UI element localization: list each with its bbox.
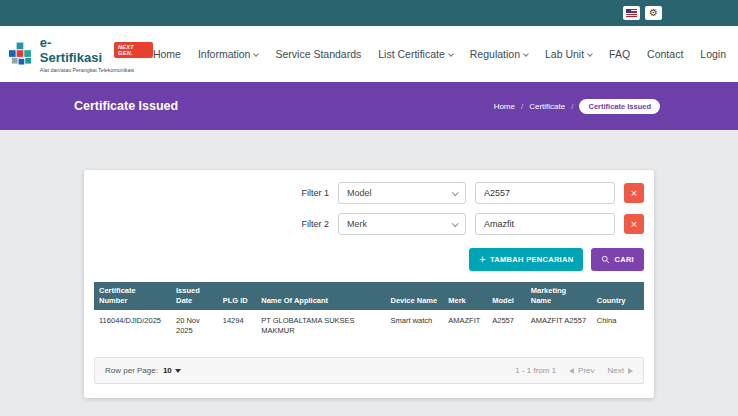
cell-merk: AMAZFIT <box>443 310 487 350</box>
cell-country: China <box>592 310 644 350</box>
nav-item-home[interactable]: Home <box>153 48 181 60</box>
cell-device-name: Smart watch <box>386 310 444 350</box>
nav-item-contact[interactable]: Contact <box>647 48 683 60</box>
site-header: e-Sertifikasi NEXT GEN. Alat dan/atau Pe… <box>0 26 738 82</box>
main-content: Filter 1 Model × Filter 2 Merk × + TAMBA… <box>0 130 738 398</box>
page-banner: Certificate Issued Home / Certificate / … <box>0 82 738 130</box>
filter1-value-input[interactable] <box>475 182 615 204</box>
breadcrumb-home[interactable]: Home <box>494 102 515 111</box>
nav-item-lab-unit[interactable]: Lab Unit <box>545 48 592 60</box>
nav-item-information[interactable]: Information <box>198 48 259 60</box>
logo-mark-icon <box>8 41 34 68</box>
add-search-button[interactable]: + TAMBAH PENCARIAN <box>469 248 583 271</box>
column-header-marketing-name: Marketing Name <box>526 282 592 310</box>
breadcrumb-certificate[interactable]: Certificate <box>529 102 565 111</box>
pagination-range: 1 - 1 from 1 <box>515 366 556 375</box>
filter1-label: Filter 1 <box>301 188 329 198</box>
settings-button[interactable]: ⚙ <box>645 6 662 20</box>
filter2-field-select[interactable]: Merk <box>338 213 466 235</box>
table-footer: Row per Page: 10 1 - 1 from 1 Prev Next <box>94 357 644 384</box>
chevron-down-icon <box>448 51 454 57</box>
nav-item-service-standards[interactable]: Service Standards <box>275 48 361 60</box>
next-page-button[interactable]: Next <box>608 366 633 375</box>
breadcrumb: Home / Certificate / Certificate Issued <box>494 99 660 114</box>
nav-item-login[interactable]: Login <box>700 48 726 60</box>
certificate-search-card: Filter 1 Model × Filter 2 Merk × + TAMBA… <box>84 170 654 398</box>
column-header-merk: Merk <box>443 282 487 310</box>
close-icon: × <box>631 188 637 199</box>
plus-icon: + <box>479 254 486 265</box>
prev-page-button[interactable]: Prev <box>569 366 594 375</box>
page-title: Certificate Issued <box>74 99 178 113</box>
next-gen-badge: NEXT GEN. <box>114 42 153 58</box>
column-header-model: Model <box>487 282 526 310</box>
table-header-row: Certificate Number Issued Date PLG ID Na… <box>94 282 644 310</box>
prev-arrow-icon <box>569 368 574 374</box>
certificates-table: Certificate Number Issued Date PLG ID Na… <box>94 282 644 349</box>
filter1-clear-button[interactable]: × <box>624 183 644 203</box>
filter2-value-input[interactable] <box>475 213 615 235</box>
cell-model: A2557 <box>487 310 526 350</box>
rows-per-page-select[interactable]: 10 <box>163 366 181 375</box>
rows-per-page: Row per Page: 10 <box>105 366 181 375</box>
filter2-field-value: Merk <box>347 219 367 229</box>
brand-title: e-Sertifikasi <box>40 35 110 65</box>
cell-certificate-number: 116044/DJID/2025 <box>94 310 171 350</box>
filter2-label: Filter 2 <box>301 219 329 229</box>
brand-text: e-Sertifikasi NEXT GEN. Alat dan/atau Pe… <box>40 35 153 73</box>
us-flag-icon <box>626 9 637 17</box>
nav-item-faq[interactable]: FAQ <box>609 48 630 60</box>
filter-row-2: Filter 2 Merk × <box>94 213 644 235</box>
column-header-country: Country <box>592 282 644 310</box>
filter1-field-select[interactable]: Model <box>338 182 466 204</box>
cell-marketing-name: AMAZFIT A2557 <box>526 310 592 350</box>
column-header-issued-date: Issued Date <box>171 282 218 310</box>
column-header-device-name: Device Name <box>386 282 444 310</box>
chevron-down-icon <box>452 189 458 195</box>
gear-icon: ⚙ <box>649 8 658 18</box>
top-utility-bar: ⚙ <box>0 0 738 26</box>
rows-per-page-label: Row per Page: <box>105 366 158 375</box>
chevron-down-icon <box>254 51 260 57</box>
filter-row-1: Filter 1 Model × <box>94 182 644 204</box>
search-actions: + TAMBAH PENCARIAN CARI <box>94 248 644 271</box>
chevron-down-icon <box>452 220 458 226</box>
search-icon <box>601 255 610 264</box>
breadcrumb-separator: / <box>521 102 523 111</box>
close-icon: × <box>631 219 637 230</box>
column-header-certificate-number: Certificate Number <box>94 282 171 310</box>
main-nav: Home Information Service Standards List … <box>153 48 726 60</box>
brand-subtitle: Alat dan/atau Perangkat Telekomunikasi <box>40 67 153 73</box>
search-button[interactable]: CARI <box>591 248 644 271</box>
pagination: 1 - 1 from 1 Prev Next <box>515 366 633 375</box>
cell-applicant: PT GLOBALTAMA SUKSES MAKMUR <box>256 310 385 350</box>
filter2-clear-button[interactable]: × <box>624 214 644 234</box>
breadcrumb-separator: / <box>571 102 573 111</box>
table-row: 116044/DJID/2025 20 Nov 2025 14294 PT GL… <box>94 310 644 350</box>
dropdown-arrow-icon <box>175 369 181 373</box>
column-header-plg-id: PLG ID <box>218 282 257 310</box>
breadcrumb-current: Certificate Issued <box>579 99 660 114</box>
column-header-applicant: Name Of Applicant <box>256 282 385 310</box>
brand-logo[interactable]: e-Sertifikasi NEXT GEN. Alat dan/atau Pe… <box>8 35 153 73</box>
nav-item-regulation[interactable]: Regulation <box>470 48 528 60</box>
chevron-down-icon <box>587 51 593 57</box>
chevron-down-icon <box>523 51 529 57</box>
language-flag-button[interactable] <box>623 6 640 20</box>
filter1-field-value: Model <box>347 188 372 198</box>
cell-issued-date: 20 Nov 2025 <box>171 310 218 350</box>
cell-plg-id: 14294 <box>218 310 257 350</box>
next-arrow-icon <box>628 368 633 374</box>
nav-item-list-certificate[interactable]: List Certificate <box>378 48 453 60</box>
